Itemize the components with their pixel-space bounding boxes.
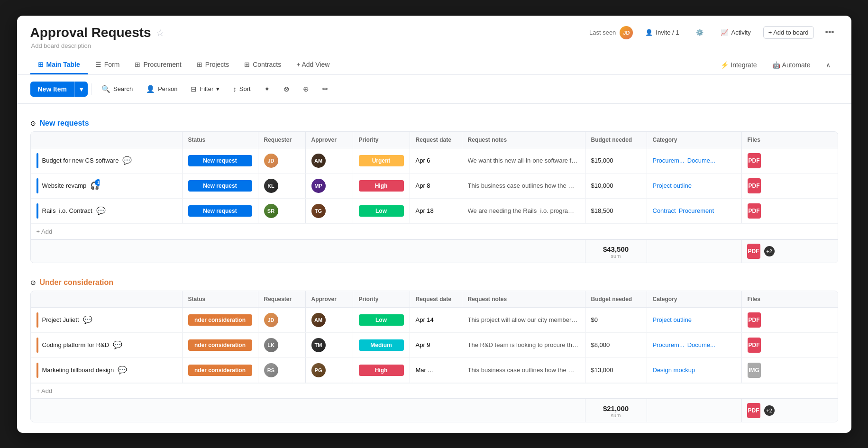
file-img-6[interactable]: IMG <box>748 363 761 378</box>
tab-form-label: Form <box>104 61 120 68</box>
priority-badge-5[interactable]: Medium <box>359 339 404 351</box>
tab-add-view[interactable]: + Add View <box>289 56 337 74</box>
category-link-2a[interactable]: Project outline <box>653 182 692 189</box>
th-requester: Requester <box>258 132 306 148</box>
category-cell-5: Procurem... Docume... <box>653 341 715 348</box>
date-2: Apr 8 <box>416 182 430 189</box>
tab-contracts-label: Contracts <box>253 61 281 68</box>
new-item-label: New Item <box>30 82 74 97</box>
group-button[interactable]: ⊗ <box>278 82 295 97</box>
status-badge-2[interactable]: New request <box>188 180 252 192</box>
app-container: Approval Requests ☆ Last seen JD 👤 Invit… <box>17 16 851 433</box>
sum-file-pdf-2[interactable]: PDF <box>747 403 760 418</box>
invite-button[interactable]: 👤 Invite / 1 <box>640 27 684 38</box>
more-toolbar-button[interactable]: ✏ <box>317 82 334 97</box>
invite-label: Invite / 1 <box>656 29 679 36</box>
row-name-5[interactable]: Coding platform for R&D <box>42 341 110 348</box>
table-row: Rails_i.o. Contract 💬 New request SR TG <box>31 199 838 224</box>
table-row: Budget for new CS software 💬 New request… <box>31 148 838 174</box>
row-name-cell-4: Project Juliett 💬 <box>37 312 92 328</box>
category-link-3b[interactable]: Procurement <box>679 207 714 214</box>
status-badge-5[interactable]: nder consideration <box>188 339 252 351</box>
category-link-1a[interactable]: Procurem... <box>653 157 685 164</box>
notes-4: This project will allow our city members… <box>468 316 579 323</box>
color-button[interactable]: ⊕ <box>297 82 315 97</box>
automations-button[interactable]: ⚙️ <box>691 27 708 38</box>
status-badge-4[interactable]: nder consideration <box>188 314 252 326</box>
file-pdf-4[interactable]: PDF <box>748 312 761 328</box>
integrate-button[interactable]: ⚡ Integrate <box>713 56 764 73</box>
filter-button[interactable]: ⊟ Filter ▾ <box>185 82 225 97</box>
td-date-3: Apr 18 <box>410 199 462 223</box>
person-label: Person <box>158 85 177 92</box>
tab-contracts[interactable]: ⊞ Contracts <box>237 56 289 74</box>
group-collapse-icon[interactable]: ⊙ <box>30 119 36 127</box>
integrate-label: Integrate <box>731 61 757 69</box>
row-name-3[interactable]: Rails_i.o. Contract <box>42 207 92 214</box>
comment-icon-1[interactable]: 💬 <box>122 156 132 165</box>
requester-avatar-1: JD <box>264 154 278 168</box>
category-cell-3: Contract Procurement <box>653 207 714 214</box>
add-item-button-under[interactable]: + Add <box>37 387 53 394</box>
row-name-4[interactable]: Project Juliett <box>42 316 79 323</box>
tab-procurement-label: Procurement <box>143 61 181 68</box>
automate-button[interactable]: 🤖 Automate <box>765 56 818 73</box>
status-badge-1[interactable]: New request <box>188 155 252 166</box>
category-link-4a[interactable]: Project outline <box>653 316 692 323</box>
category-link-5a[interactable]: Procurem... <box>653 341 685 348</box>
sort-button[interactable]: ↕ Sort <box>227 82 256 96</box>
category-link-1b[interactable]: Docume... <box>687 157 715 164</box>
td-files-5: PDF <box>742 333 780 357</box>
file-pdf-3[interactable]: PDF <box>748 203 761 219</box>
category-link-5b[interactable]: Docume... <box>687 341 715 348</box>
collapse-button[interactable]: ∧ <box>818 56 838 73</box>
comment-icon-6[interactable]: 💬 <box>118 366 127 375</box>
td-requester-2: KL <box>258 174 306 198</box>
comment-icon-5[interactable]: 💬 <box>113 340 122 349</box>
td-name-3: Rails_i.o. Contract 💬 <box>31 199 183 223</box>
sum-row-under-consideration: $21,000 sum PDF +2 <box>31 398 838 422</box>
search-button[interactable]: 🔍 Search <box>96 82 138 97</box>
sum-amount-under: $21,000 <box>603 404 629 412</box>
td-date-2: Apr 8 <box>410 174 462 198</box>
priority-badge-2[interactable]: High <box>359 180 404 192</box>
new-item-button[interactable]: New Item ▾ <box>30 82 88 97</box>
tab-main-table[interactable]: ⊞ Main Table <box>30 56 88 74</box>
hide-button[interactable]: ✦ <box>258 82 276 97</box>
priority-badge-4[interactable]: Low <box>359 314 404 326</box>
activity-button[interactable]: 📈 Activity <box>716 27 755 38</box>
person-filter-button[interactable]: 👤 Person <box>140 82 183 97</box>
tab-form[interactable]: ☰ Form <box>88 56 128 74</box>
new-item-dropdown-arrow[interactable]: ▾ <box>74 82 88 97</box>
priority-badge-1[interactable]: Urgent <box>359 155 404 166</box>
th-request-date: Request date <box>410 132 462 148</box>
td-approver-4: AM <box>306 308 353 332</box>
category-link-3a[interactable]: Contract <box>653 207 676 214</box>
group-collapse-icon-2[interactable]: ⊙ <box>30 279 36 286</box>
file-pdf-2[interactable]: PDF <box>748 178 761 193</box>
tab-procurement[interactable]: ⊞ Procurement <box>127 56 189 74</box>
status-badge-3[interactable]: New request <box>188 205 252 217</box>
add-item-button-new-requests[interactable]: + Add <box>37 228 53 235</box>
tab-projects[interactable]: ⊞ Projects <box>189 56 237 74</box>
category-cell-4: Project outline <box>653 316 692 323</box>
category-link-6a[interactable]: Design mockup <box>653 366 695 374</box>
comment-icon-3[interactable]: 💬 <box>96 206 106 215</box>
file-pdf-5[interactable]: PDF <box>748 338 761 353</box>
priority-badge-3[interactable]: Low <box>359 205 404 217</box>
row-name-2[interactable]: Website revamp <box>42 182 87 189</box>
th-budget: Budget needed <box>585 132 647 148</box>
th2-request-date: Request date <box>410 291 462 307</box>
approver-avatar-2: MP <box>311 179 326 193</box>
sum-file-pdf[interactable]: PDF <box>747 244 760 259</box>
board-description[interactable]: Add board description <box>30 42 838 49</box>
more-options-icon[interactable]: ••• <box>822 26 838 39</box>
row-name-1[interactable]: Budget for new CS software <box>42 157 119 164</box>
favorite-icon[interactable]: ☆ <box>156 27 164 38</box>
add-to-board-button[interactable]: + Add to board <box>763 26 814 39</box>
file-pdf-1[interactable]: PDF <box>748 153 761 168</box>
priority-badge-6[interactable]: High <box>359 365 404 376</box>
row-name-6[interactable]: Marketing billboard design <box>42 366 114 374</box>
status-badge-6[interactable]: nder consideration <box>188 365 252 376</box>
comment-icon-4[interactable]: 💬 <box>83 315 92 324</box>
